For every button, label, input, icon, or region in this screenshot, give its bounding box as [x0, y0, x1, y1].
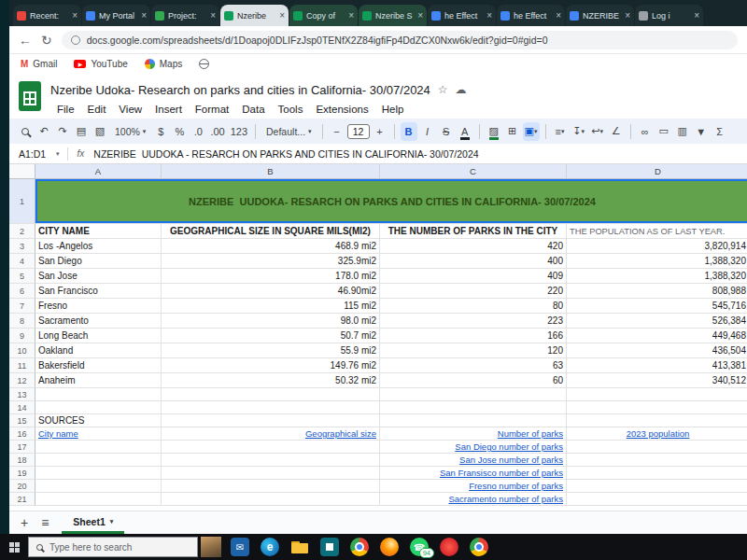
tab-close-icon[interactable]: × — [556, 10, 561, 21]
bookmark-item[interactable]: ▶YouTube — [74, 59, 127, 69]
decrease-font-size-button[interactable]: − — [329, 122, 345, 141]
insert-link-button[interactable]: ∞ — [637, 122, 654, 141]
tab-close-icon[interactable]: × — [72, 10, 78, 21]
paint-format-button[interactable]: ▧ — [92, 122, 108, 141]
row-header-10[interactable]: 10 — [9, 343, 35, 358]
back-button[interactable]: ← — [19, 33, 32, 48]
decrease-decimal-places-button[interactable]: .0 — [190, 122, 206, 141]
link-cell-C20[interactable]: Fresno number of parks — [380, 480, 567, 493]
fill-color-button[interactable]: ▨ — [486, 122, 502, 141]
cell-C5[interactable]: 409 — [380, 269, 567, 284]
cell-C10[interactable]: 120 — [380, 343, 567, 358]
cell-C4[interactable]: 400 — [380, 254, 567, 269]
bold-button[interactable]: B — [401, 122, 417, 141]
cell-C2[interactable]: THE NUMBER OF PARKS IN THE CITY — [380, 224, 567, 239]
cell-B2[interactable]: GEOGRAPHICAL SIZE IN SQUARE MILS(MI2) — [162, 224, 380, 239]
taskbar-search[interactable]: Type here to search — [28, 537, 198, 557]
cell-A10[interactable]: Oakland — [35, 343, 162, 358]
more-formats-button[interactable]: 123 — [229, 122, 249, 141]
taskbar-opera-icon[interactable] — [434, 534, 464, 560]
cell-B13[interactable] — [162, 388, 380, 401]
row-header-19[interactable]: 19 — [9, 467, 35, 480]
cell-B11[interactable]: 149.76 mi2 — [162, 358, 380, 373]
menu-tools[interactable]: Tools — [272, 102, 310, 117]
cell-B20[interactable] — [162, 480, 380, 493]
undo-button[interactable]: ↶ — [35, 122, 52, 141]
name-box[interactable]: A1:D1 — [9, 148, 56, 160]
cell-A3[interactable]: Los -Angelos — [35, 239, 162, 254]
increase-font-size-button[interactable]: + — [372, 122, 388, 141]
browser-tab[interactable]: Copy of × — [289, 5, 358, 26]
cell-B12[interactable]: 50.32 mi2 — [162, 373, 380, 388]
cell-C11[interactable]: 63 — [380, 358, 567, 373]
cell-B3[interactable]: 468.9 mi2 — [162, 239, 380, 254]
row-header-7[interactable]: 7 — [9, 299, 35, 314]
bookmark-item[interactable]: Maps — [145, 59, 182, 69]
cell-D14[interactable] — [567, 401, 747, 414]
cell-D19[interactable] — [567, 467, 747, 480]
cell-D21[interactable] — [567, 493, 747, 506]
link-cell-C19[interactable]: San Fransisco number of parks — [380, 467, 567, 480]
cell-C9[interactable]: 166 — [380, 329, 567, 343]
start-button[interactable] — [0, 534, 28, 560]
row-header-18[interactable]: 18 — [9, 454, 35, 467]
insert-comment-button[interactable]: ▭ — [655, 122, 672, 141]
all-sheets-button[interactable]: ≡ — [41, 515, 49, 530]
print-button[interactable]: ▤ — [73, 122, 90, 141]
row-header-4[interactable]: 4 — [9, 254, 35, 269]
cell-A21[interactable] — [35, 493, 162, 506]
taskbar-file-explorer-icon[interactable] — [285, 534, 315, 560]
cell-C7[interactable]: 80 — [380, 299, 567, 314]
borders-button[interactable]: ⊞ — [504, 122, 521, 141]
cell-D18[interactable] — [567, 454, 747, 467]
increase-decimal-places-button[interactable]: .00 — [208, 122, 226, 141]
menu-edit[interactable]: Edit — [81, 102, 113, 117]
link-cell-C17[interactable]: San Diego number of parks — [380, 441, 567, 454]
cell-B19[interactable] — [162, 467, 380, 480]
link-cell-C21[interactable]: Sacramento number of parks — [380, 493, 567, 506]
browser-tab[interactable]: Log i× — [635, 5, 703, 26]
browser-tab[interactable]: he Effect× — [428, 5, 496, 26]
cell-D7[interactable]: 545,716 — [567, 299, 747, 314]
column-header-A[interactable]: A — [35, 164, 162, 179]
name-box-chevron-icon[interactable]: ▾ — [56, 150, 60, 158]
browser-tab[interactable]: My Portal× — [82, 5, 150, 26]
star-icon[interactable]: ☆ — [438, 83, 448, 96]
search-highlight-image[interactable] — [201, 537, 221, 557]
bookmark-item[interactable] — [199, 59, 209, 69]
cell-D12[interactable]: 340,512 — [567, 373, 747, 388]
menu-format[interactable]: Format — [189, 102, 235, 117]
sheet-tab-menu-icon[interactable]: ▾ — [110, 518, 114, 525]
text-color-button[interactable]: A — [457, 122, 473, 141]
row-header-20[interactable]: 20 — [9, 480, 35, 493]
browser-tab[interactable]: Project: × — [151, 5, 219, 26]
url-text[interactable]: docs.google.com/spreadsheets/d/1Doapoj0D… — [87, 35, 548, 46]
cell-A9[interactable]: Long Beach — [35, 329, 162, 343]
text-rotation-button[interactable]: ∠ — [608, 122, 625, 141]
menu-insert[interactable]: Insert — [148, 102, 189, 117]
tab-close-icon[interactable]: × — [417, 10, 423, 21]
tab-close-icon[interactable]: × — [141, 10, 147, 21]
cell-A4[interactable]: San Diego — [35, 254, 162, 269]
cell-A12[interactable]: Anaheim — [35, 373, 162, 388]
browser-tab[interactable]: Nzeribe × — [220, 5, 289, 26]
cell-C14[interactable] — [380, 401, 567, 414]
row-header-5[interactable]: 5 — [9, 269, 35, 284]
cell-D15[interactable] — [567, 414, 747, 427]
grid-corner[interactable] — [9, 164, 35, 179]
tab-close-icon[interactable]: × — [210, 10, 216, 21]
horizontal-align-button[interactable]: ≡▾ — [552, 122, 569, 141]
browser-tab[interactable]: Recent:× — [13, 5, 81, 26]
row-header-13[interactable]: 13 — [9, 388, 35, 401]
italic-button[interactable]: I — [419, 122, 436, 141]
cell-A14[interactable] — [35, 401, 162, 414]
cell-D10[interactable]: 436,504 — [567, 343, 747, 358]
link-cell-C18[interactable]: San Jose number of parks — [380, 454, 567, 467]
cell-A11[interactable]: Bakersfield — [35, 358, 162, 373]
cell-A20[interactable] — [35, 480, 162, 493]
row-header-12[interactable]: 12 — [9, 373, 35, 388]
cell-B18[interactable] — [162, 454, 380, 467]
sheets-logo-icon[interactable] — [19, 81, 41, 111]
cell-C3[interactable]: 420 — [380, 239, 567, 254]
cell-C6[interactable]: 220 — [380, 284, 567, 299]
